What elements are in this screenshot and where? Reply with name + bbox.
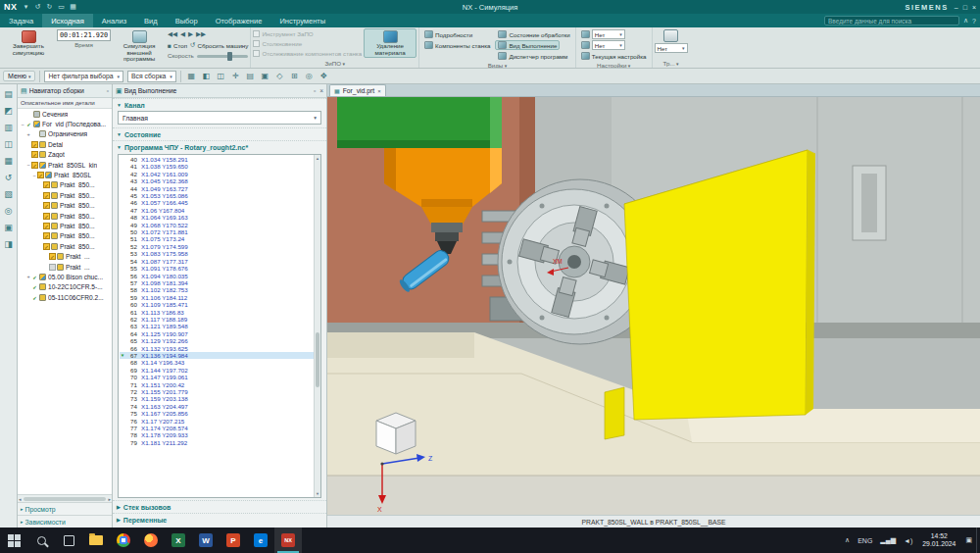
dependencies-section[interactable]: Зависимости [18, 515, 112, 528]
tree-checkbox[interactable]: ✓ [43, 243, 50, 250]
close-window-icon[interactable]: × [972, 4, 976, 11]
tree-item[interactable]: ✓Prakt_... [18, 251, 112, 261]
window-icon[interactable]: ▭ [57, 3, 67, 11]
excel-icon[interactable]: X [165, 528, 192, 553]
tree-checkbox[interactable]: ✓ [43, 202, 50, 209]
tree-item[interactable]: ✓Prakt_850... [18, 211, 112, 221]
tree-checkbox[interactable]: ✓ [43, 213, 50, 220]
tree-checkbox[interactable]: ✓ [49, 253, 56, 260]
start-button[interactable] [0, 528, 27, 553]
selection-scope-dropdown[interactable]: Вся сборка [127, 71, 176, 82]
panel-pin-icon[interactable]: ▫ [107, 87, 109, 94]
tree-item[interactable]: Prakt_... [18, 262, 112, 272]
tree-checkbox[interactable]: ✓ [43, 232, 50, 239]
group-label-truncated[interactable]: Тр... [655, 59, 688, 68]
step-back-button[interactable]: ◀◀ [168, 30, 177, 38]
search-icon[interactable] [27, 528, 55, 553]
step-forward-button[interactable]: ▶▶ [196, 30, 206, 38]
notes-icon[interactable]: ▣ [4, 223, 13, 232]
gcode-line[interactable]: 71X1.151 Y200.42 [120, 381, 314, 388]
tree-item[interactable]: −✓For_vid (Последова... [18, 119, 112, 128]
ribbon-tab[interactable]: Выбор [167, 14, 207, 27]
gcode-line[interactable]: 58X1.102 Y182.753 [120, 286, 314, 293]
gcode-line[interactable]: 74X1.163 Y204.497 [120, 403, 314, 410]
gcode-line[interactable]: 78X1.178 Y209.933 [120, 431, 314, 438]
history-icon[interactable]: ↺ [5, 173, 13, 182]
powerpoint-icon[interactable]: P [220, 528, 247, 553]
state-section[interactable]: ▼Состояние [113, 127, 326, 140]
group-label-zipo[interactable]: ЗиПО [253, 59, 416, 68]
undo-icon[interactable]: ↺ [33, 3, 43, 11]
close-panel-icon[interactable]: × [319, 87, 323, 94]
constraint-navigator-icon[interactable]: ◩ [4, 106, 13, 116]
tree-checkbox[interactable]: ✓ [31, 283, 38, 290]
tree-item[interactable]: ✓Detal [18, 139, 112, 149]
ribbon-tab[interactable]: Анализ [93, 14, 135, 27]
tree-checkbox[interactable]: ✓ [25, 121, 32, 127]
gcode-line[interactable]: 56X1.094 Y180.035 [120, 273, 314, 279]
close-tab-icon[interactable]: × [377, 88, 381, 94]
tree-checkbox[interactable]: ✓ [43, 181, 50, 188]
gcode-line[interactable]: 54X1.087 Y177.317 [120, 258, 314, 265]
gcode-line[interactable]: 55X1.091 Y178.676 [120, 265, 314, 272]
word-icon[interactable]: W [192, 528, 220, 553]
tree-item[interactable]: ✓05-11C06CFR0.2... [18, 292, 112, 302]
tray-chevron-icon[interactable]: ∧ [841, 536, 854, 544]
clock[interactable]: 14:52 29.01.2024 [916, 532, 961, 548]
gcode-line[interactable]: 69X1.144 Y197.702 [120, 367, 314, 374]
tree-checkbox[interactable]: ✓ [31, 274, 38, 280]
tree-item[interactable]: +✓05.00 Bison chuc... [18, 272, 112, 281]
tree-item[interactable]: −✓Prakt_850SL_kin [18, 160, 112, 170]
tree-checkbox[interactable]: ✓ [31, 294, 38, 301]
gcode-line[interactable]: 44X1.049 Y163.727 [120, 185, 314, 192]
gcode-line[interactable]: 41X1.038 Y159.650 [120, 163, 314, 170]
group-label-settings[interactable]: Настройки [578, 61, 650, 69]
zoom-icon[interactable]: ◎ [303, 72, 316, 80]
gcode-line[interactable]: 61X1.113 Y186.83 [120, 309, 314, 316]
redo-icon[interactable]: ↻ [45, 3, 55, 11]
reset-machine-button[interactable]: ↺ Сбросить машину [190, 41, 248, 49]
tree-checkbox[interactable]: ✓ [43, 223, 50, 229]
truncated-none-select[interactable]: Нет [655, 43, 688, 53]
tree-item[interactable]: +Ограничения [18, 129, 112, 139]
nx-icon[interactable]: NX [274, 528, 302, 553]
assembly-navigator-icon[interactable]: ▤ [4, 89, 13, 99]
channel-section[interactable]: ▼Канал [113, 98, 326, 111]
viewport-3d-scene[interactable]: XM Z [327, 97, 980, 515]
gcode-line[interactable]: ▼67X1.136 Y194.984 [120, 352, 314, 359]
gcode-line[interactable]: 73X1.159 Y203.138 [120, 395, 314, 402]
gcode-line[interactable]: 47X1.06 Y167.804 [120, 207, 314, 214]
part-navigator-icon[interactable]: ▥ [4, 123, 13, 132]
group-label-views[interactable]: Виды [421, 61, 573, 69]
wireframe-icon[interactable]: ▤ [244, 72, 257, 80]
details-button[interactable]: Подробности [421, 29, 475, 39]
tree-item[interactable]: −✓Prakt_850SL [18, 170, 112, 179]
tree-item[interactable]: Сечения [18, 109, 112, 119]
current-setup-button[interactable]: Текущая настройка [578, 51, 650, 61]
gcode-line[interactable]: 57X1.098 Y181.394 [120, 279, 314, 286]
selection-filter-dropdown[interactable]: Нет фильтра выбора [44, 71, 123, 82]
gcode-line[interactable]: 48X1.064 Y169.163 [120, 214, 314, 221]
roles-icon[interactable]: ◨ [4, 239, 13, 249]
web-browser-icon[interactable]: ◎ [5, 206, 13, 216]
view-manager-icon[interactable]: ▦ [4, 156, 13, 166]
tool-zipo-checkbox[interactable]: Инструмент ЗаПО [253, 29, 313, 38]
ribbon-tab[interactable]: Инструменты [270, 14, 334, 27]
maximize-window-icon[interactable]: □ [963, 4, 967, 11]
chrome-icon[interactable] [110, 528, 137, 553]
ribbon-tab[interactable]: Вид [135, 14, 167, 27]
gcode-line[interactable]: 45X1.053 Y165.086 [120, 192, 314, 199]
track-components-checkbox[interactable]: Отслеживание компонентов станка [253, 49, 362, 58]
network-icon[interactable]: ▂▄▆ [876, 536, 900, 544]
gcode-line[interactable]: 52X1.079 Y174.599 [120, 243, 314, 250]
play-back-button[interactable]: ◀ [180, 30, 185, 38]
help-icon[interactable]: ? [972, 18, 976, 25]
firefox-icon[interactable] [137, 528, 165, 553]
execution-view-button[interactable]: Вид Выполнение [495, 40, 560, 50]
snap-point-icon[interactable]: ✛ [229, 72, 242, 80]
file-explorer-icon[interactable] [82, 528, 110, 553]
tree-checkbox[interactable] [31, 130, 38, 137]
finish-simulation-button[interactable]: Завершить симуляцию [2, 28, 55, 58]
gcode-line[interactable]: 42X1.042 Y161.009 [120, 171, 314, 177]
tree-checkbox[interactable]: ✓ [31, 151, 38, 158]
